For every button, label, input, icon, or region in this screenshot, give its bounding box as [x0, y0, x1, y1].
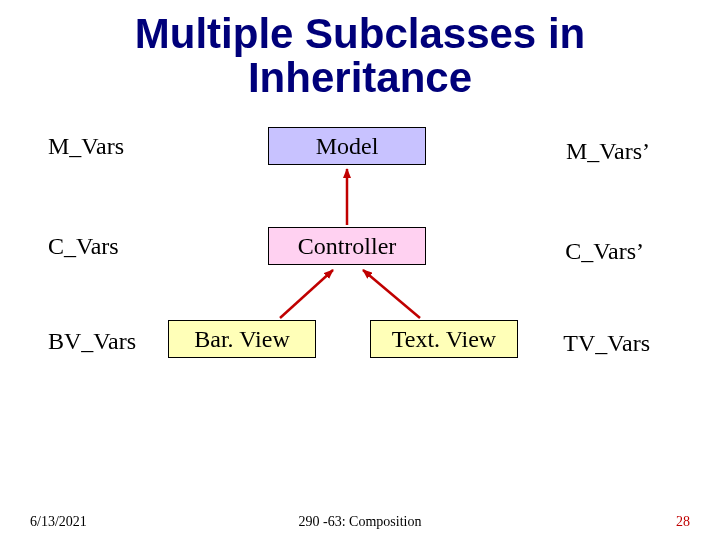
box-model: Model — [268, 127, 426, 165]
label-m-vars: M_Vars — [48, 133, 124, 160]
arrow-textview-to-controller — [363, 270, 420, 318]
slide: Multiple Subclasses in Inheritance M_Var… — [0, 0, 720, 540]
box-controller: Controller — [268, 227, 426, 265]
label-bv-vars: BV_Vars — [48, 328, 136, 355]
label-c-vars: C_Vars — [48, 233, 119, 260]
title-line-2: Inheritance — [248, 54, 472, 101]
label-c-vars-prime: C_Vars’ — [565, 238, 644, 265]
footer-caption: 290 -63: Composition — [0, 514, 720, 530]
title-line-1: Multiple Subclasses in — [135, 10, 585, 57]
label-tv-vars: TV_Vars — [563, 330, 650, 357]
page-number: 28 — [676, 514, 690, 530]
box-text-view: Text. View — [370, 320, 518, 358]
arrow-barview-to-controller — [280, 270, 333, 318]
label-m-vars-prime: M_Vars’ — [566, 138, 650, 165]
box-bar-view: Bar. View — [168, 320, 316, 358]
slide-title: Multiple Subclasses in Inheritance — [0, 12, 720, 100]
